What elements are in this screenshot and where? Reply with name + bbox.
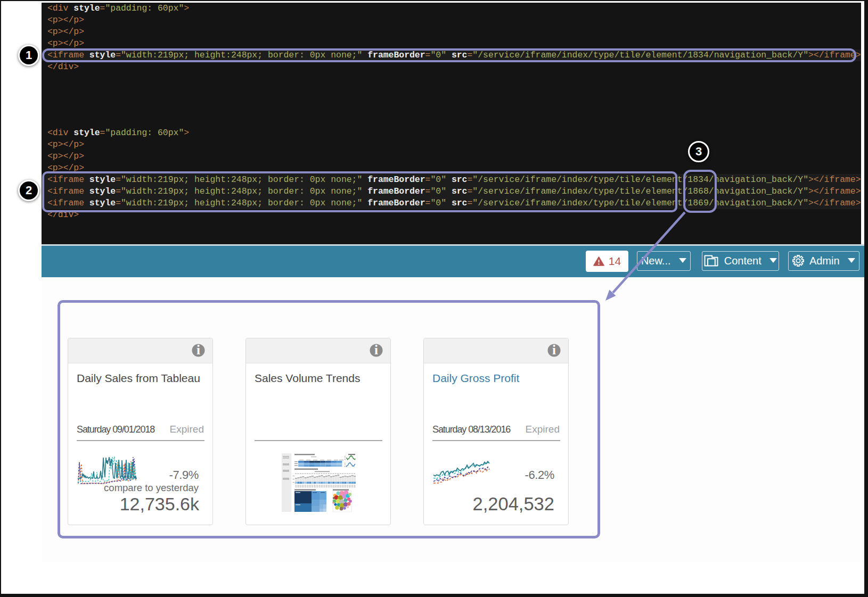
svg-text:i: i (196, 344, 200, 357)
svg-text:i: i (552, 344, 556, 357)
svg-text:i: i (374, 344, 378, 357)
